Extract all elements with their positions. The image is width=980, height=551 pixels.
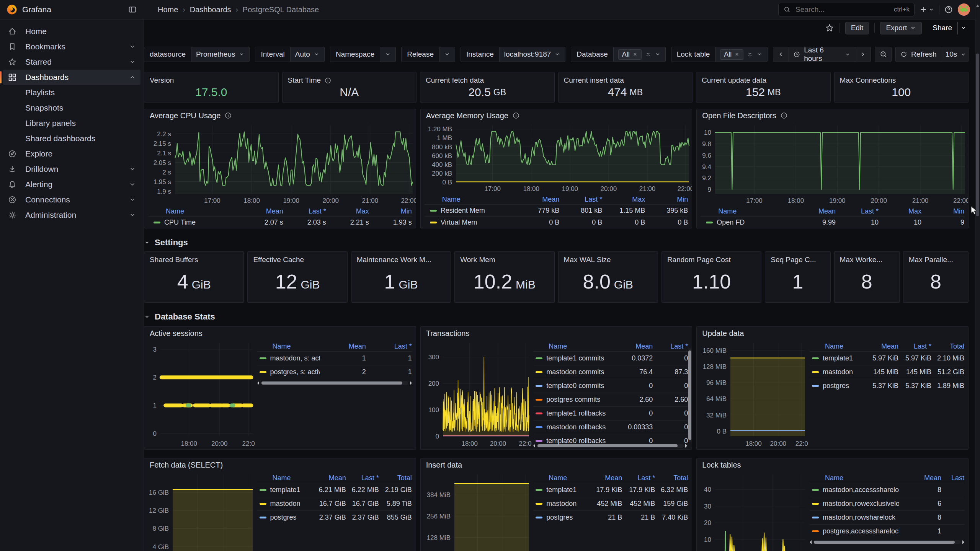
legend-row[interactable]: postgres,accesssharelock1 (810, 524, 964, 538)
legend-row[interactable]: mastodon145 MiB145 MiB51.2 GiB (810, 365, 964, 379)
favorite-star-icon[interactable] (825, 23, 834, 33)
panel-title[interactable]: Average CPU Usage (144, 109, 416, 122)
info-icon[interactable] (512, 112, 520, 119)
sidebar-item-drilldown[interactable]: Drilldown (3, 161, 140, 177)
panel-title[interactable]: Active sessions (144, 327, 416, 340)
legend-row[interactable]: mastodon,rowsharelock8 (810, 510, 964, 524)
variable-value[interactable]: Prometheus (191, 47, 249, 62)
sidebar-item-explore[interactable]: Explore (3, 146, 140, 161)
legend-vscrollbar[interactable] (688, 348, 692, 442)
variable-interval[interactable]: IntervalAuto (255, 47, 324, 62)
breadcrumb-home[interactable]: Home (158, 5, 178, 14)
legend-row[interactable]: mastodon rollbacks0.003330 (533, 420, 688, 434)
legend-row[interactable]: template117.9 KiB17.9 KiB6.32 MiB (533, 483, 688, 497)
time-back-button[interactable] (773, 47, 789, 62)
panel-title[interactable]: Average Memory Usage (421, 109, 692, 122)
panel-title[interactable]: Lock tables (697, 458, 968, 471)
panel-title[interactable]: Insert data (421, 458, 692, 471)
legend-row[interactable]: template1 commits0.03720 (533, 351, 688, 365)
legend-hscrollbar[interactable] (810, 540, 964, 545)
page-scrollbar[interactable] (975, 0, 980, 551)
zoom-out-button[interactable] (875, 47, 892, 62)
info-icon[interactable] (780, 112, 788, 119)
sidebar-item-alerting[interactable]: Alerting (3, 177, 140, 192)
remove-chip-icon[interactable] (734, 52, 740, 57)
sidebar-item-administration[interactable]: Administration (3, 207, 140, 223)
breadcrumb-dashboards[interactable]: Dashboards (190, 5, 231, 14)
variable-database[interactable]: DatabaseAll (571, 47, 665, 62)
legend-row[interactable]: postgres21 B21 B7.40 KiB (533, 510, 688, 524)
legend-row[interactable]: CPU Time2.07 s2.03 s2.21 s1.93 s (148, 216, 412, 228)
legend-row[interactable]: Resident Mem779 kB801 kB1.15 MB395 kB (425, 204, 688, 216)
scrollbar-thumb[interactable] (976, 54, 979, 216)
variable-release[interactable]: Release (401, 47, 455, 62)
variable-value[interactable] (380, 47, 395, 62)
legend-hscrollbar[interactable] (533, 443, 687, 448)
legend-row[interactable]: postgres commits2.602.60 (533, 393, 688, 406)
variable-lock-table[interactable]: Lock tableAll (671, 47, 768, 62)
variable-value[interactable]: All (715, 47, 767, 62)
clear-icon[interactable] (747, 51, 753, 57)
edit-button[interactable]: Edit (845, 22, 869, 34)
variable-datasource[interactable]: datasourcePrometheus (144, 47, 250, 62)
variable-namespace[interactable]: Namespace (330, 47, 396, 62)
panel-title[interactable]: Fetch data (SELECT) (144, 458, 416, 471)
legend-row[interactable]: Open FD9.9910109 (701, 216, 964, 228)
panel-title[interactable]: Transactions (421, 327, 692, 340)
sidebar-item-home[interactable]: Home (3, 24, 140, 39)
info-icon[interactable] (324, 77, 332, 84)
variable-value[interactable]: All (614, 47, 665, 62)
variable-value[interactable]: Auto (291, 47, 324, 62)
legend-row[interactable]: mastodon commits76.487.3 (533, 365, 688, 379)
variable-instance[interactable]: Instancelocalhost:9187 (461, 47, 565, 62)
sidebar-item-playlists[interactable]: Playlists (3, 85, 140, 100)
sidebar-item-dashboards[interactable]: Dashboards (3, 70, 140, 85)
share-dropdown-button[interactable] (957, 22, 969, 34)
remove-chip-icon[interactable] (632, 52, 638, 57)
legend-row[interactable]: template0 commits00 (533, 379, 688, 393)
add-button[interactable] (919, 5, 934, 14)
scrollbar-up-arrow[interactable] (976, 3, 979, 7)
time-range-picker[interactable]: Last 6 hours (789, 47, 855, 62)
sidebar-item-starred[interactable]: Starred (3, 54, 140, 70)
legend-row[interactable]: postgres, s: active21 (257, 365, 412, 379)
selected-chip[interactable]: All (720, 49, 743, 60)
sidebar-item-bookmarks[interactable]: Bookmarks (3, 39, 140, 54)
legend-row[interactable]: mastodon452 MiB452 MiB159 GiB (533, 497, 688, 510)
section-settings[interactable]: Settings (144, 237, 969, 248)
legend-row[interactable]: template16.21 MiB6.22 MiB2.19 GiB (257, 483, 412, 497)
help-button[interactable] (944, 5, 953, 14)
share-button[interactable]: Share (927, 22, 957, 34)
time-forward-button[interactable] (855, 47, 871, 62)
legend-row[interactable]: Virtual Mem0 B0 B0 B0 B (425, 216, 688, 228)
legend-row[interactable]: mastodon,accesssharelock8 (810, 483, 964, 497)
search-input[interactable] (795, 5, 890, 14)
legend-row[interactable]: mastodon16.7 GiB16.7 GiB5.89 TiB (257, 497, 412, 510)
legend-row[interactable]: template1 rollbacks00 (533, 406, 688, 420)
section-db-stats[interactable]: Database Stats (144, 311, 969, 323)
search-box[interactable]: ctrl+k (778, 3, 915, 16)
legend-row[interactable]: mastodon, s: active11 (257, 351, 412, 365)
legend-row[interactable]: template15.97 KiB5.97 KiB2.10 MiB (810, 351, 964, 365)
legend-row[interactable]: mastodon,rowexclusivelock6 (810, 497, 964, 510)
variable-value[interactable]: localhost:9187 (500, 47, 565, 62)
user-avatar[interactable] (958, 3, 970, 16)
selected-chip[interactable]: All (618, 49, 642, 60)
refresh-button[interactable]: Refresh (896, 47, 941, 62)
sidebar-item-snapshots[interactable]: Snapshots (3, 100, 140, 116)
sidebar-item-shared-dashboards[interactable]: Shared dashboards (3, 131, 140, 146)
sidebar-item-library-panels[interactable]: Library panels (3, 116, 140, 131)
sidebar-toggle-icon[interactable] (128, 5, 137, 14)
sidebar-item-connections[interactable]: Connections (3, 192, 140, 207)
panel-title[interactable]: Update data (697, 327, 968, 340)
grafana-logo[interactable] (6, 4, 18, 15)
legend-row[interactable]: postgres5.37 KiB5.37 KiB1.89 MiB (810, 379, 964, 393)
clear-icon[interactable] (645, 51, 651, 57)
refresh-interval-picker[interactable]: 10s (941, 47, 969, 62)
panel-title[interactable]: Open File Descriptors (697, 109, 968, 122)
info-icon[interactable] (224, 112, 232, 119)
legend-row[interactable]: postgres2.37 GiB2.37 GiB855 GiB (257, 510, 412, 524)
export-button[interactable]: Export (880, 22, 922, 34)
legend-hscrollbar[interactable] (257, 380, 412, 386)
variable-value[interactable] (439, 47, 455, 62)
